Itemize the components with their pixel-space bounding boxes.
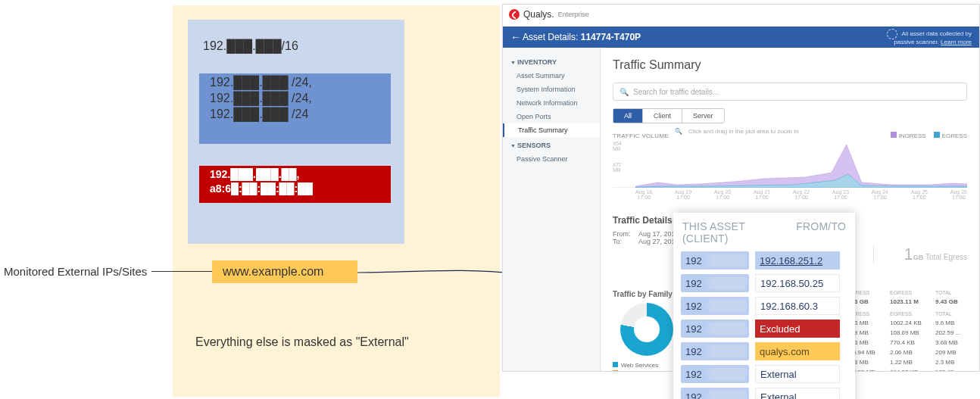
table-row: 2.93 MB770.4 KB3.68 MB [846,338,967,348]
y-tick: 477MB [613,162,622,173]
family-donut-chart[interactable] [620,303,673,356]
nav-open-ports[interactable]: Open Ports [503,110,600,123]
brand: Qualys. Enterprise [509,9,589,20]
x-tick: Aug 1917:00 [675,189,691,200]
overlay-col-asset: THIS ASSET (CLIENT) [682,220,787,245]
x-tick: Aug 2517:00 [911,189,928,200]
nav-passive-scanner[interactable]: Passive Scanner [503,152,600,166]
qualys-logo-icon [509,9,520,20]
table-row: 93.9 MB108.69 MB202.59 ... [846,328,967,338]
nav-network-info[interactable]: Network Information [503,96,600,110]
traffic-volume-title: TRAFFIC VOLUME [613,132,669,139]
back-arrow-icon[interactable]: ← [510,31,523,43]
excluded-mac: a8:6█:██:██:██:██ [199,180,391,195]
connector-line [151,271,212,272]
x-tick: Aug 2317:00 [832,189,849,200]
from-to-overlay: THIS ASSET (CLIENT) FROM/TO 192192.168.2… [673,213,855,399]
excluded-box: 192.███.███.██, a8:6█:██:██:██:██ [199,166,391,203]
filter-pills: All Client Server [613,108,725,123]
overlay-row[interactable]: 192External [673,385,855,399]
y-tick: 954MB [613,141,622,151]
table-row: 1.08 MB1.22 MB2.3 MB [846,357,967,367]
overlay-asset-cell: 192 [681,320,749,338]
pill-server[interactable]: Server [682,109,724,123]
total-egress: 1GB Total Egress [904,245,967,264]
brand-name: Qualys. [523,9,554,20]
nav-asset-summary[interactable]: Asset Summary [503,69,600,83]
nav-section-sensors[interactable]: SENSORS [503,137,600,152]
table-row: 206.94 MB2.06 MB209 MB [846,348,967,357]
overlay-fromto-cell[interactable]: Excluded [755,320,840,338]
x-tick: Aug 2117:00 [754,189,770,200]
zoom-icon: 🔍 [675,128,682,135]
learn-more-link[interactable]: Learn more [941,39,972,45]
subnet-row: 192.███.███ /24, [199,89,391,105]
subnet-row: 192.███.███ /24 [199,105,391,121]
monitored-sites-label: Monitored External IPs/Sites [4,265,147,278]
search-input[interactable]: 🔍 Search for traffic details... [613,83,967,101]
page-title: Traffic Summary [613,58,967,72]
x-tick: Aug 2217:00 [793,189,810,200]
cidr-16: 192.███.███/16 [203,39,298,53]
nav-section-inventory[interactable]: INVENTORY [503,54,600,69]
overlay-asset-cell: 192 [681,365,749,383]
masked-note: Everything else is masked as "External" [195,335,409,349]
x-tick: Aug 2017:00 [714,189,731,200]
overlay-row[interactable]: 192Excluded [673,317,855,340]
overlay-asset-cell: 192 [681,297,749,315]
search-placeholder: Search for traffic details... [633,88,719,96]
passive-scan-note: All asset data collected by passive scan… [887,29,972,46]
overlay-col-fromto: FROM/TO [796,220,846,245]
traffic-volume-hint: Click and drag in the plot area to zoom … [688,128,798,135]
overlay-fromto-cell[interactable]: External [755,388,840,399]
passive-icon [887,29,897,39]
overlay-fromto-cell[interactable]: External [755,365,840,383]
x-tick: Aug 2417:00 [872,189,888,200]
overlay-asset-cell: 192 [681,388,749,399]
search-icon: 🔍 [620,88,629,96]
x-axis: Aug 1817:00Aug 1917:00Aug 2017:00Aug 211… [635,189,967,200]
overlay-asset-cell: 192 [681,274,749,292]
overlay-asset-cell: 192 [681,342,749,360]
traffic-volume-chart[interactable]: 954MB 477MB [613,141,967,188]
x-tick: Aug 1817:00 [635,189,652,200]
overlay-asset-cell: 192 [681,251,749,270]
legend-ingress: INGRESS [891,132,926,139]
header-title: Asset Details: 114774-T470P [523,32,641,42]
totals-table: INGRESSEGRESSTOTAL 9.43 GB1023.11 M9.43 … [846,290,967,371]
overlay-row[interactable]: 192qualys.com [673,340,855,363]
table-row: 104.55 MB964.22 KB105.49 ... [846,367,967,371]
monitored-site-text: www.example.com [223,265,323,279]
overlay-row[interactable]: 192192.168.251.2 [673,249,855,272]
overlay-fromto-cell[interactable]: qualys.com [755,342,840,360]
overlay-row[interactable]: 192192.168.50.25 [673,272,855,295]
overlay-fromto-cell[interactable]: 192.168.60.3 [755,297,840,315]
overlay-row[interactable]: 192External [673,363,855,385]
overlay-fromto-cell[interactable]: 192.168.251.2 [755,251,840,270]
x-tick: Aug 2617:00 [950,189,967,200]
pill-all[interactable]: All [613,109,643,123]
brand-suite: Enterprise [558,11,589,18]
monitored-site-box: www.example.com [212,260,357,283]
side-nav: INVENTORY Asset Summary System Informati… [503,48,601,371]
nav-system-info[interactable]: System Information [503,83,600,96]
subnet-row: 192.███.███ /24, [199,73,391,89]
internal-subnets-box: 192.███.███ /24, 192.███.███ /24, 192.██… [199,73,391,144]
nav-traffic-summary[interactable]: Traffic Summary [503,123,600,137]
pill-client[interactable]: Client [643,109,682,123]
asset-header: ← Asset Details: 114774-T470P All asset … [503,26,979,48]
overlay-fromto-cell[interactable]: 192.168.50.25 [755,274,840,292]
legend-egress: EGRESS [934,132,967,139]
table-row: 9.63 MB1002.24 KB9.6 MB [846,318,967,328]
overlay-row[interactable]: 192192.168.60.3 [673,295,855,317]
excluded-ip: 192.███.███.██, [199,166,391,180]
